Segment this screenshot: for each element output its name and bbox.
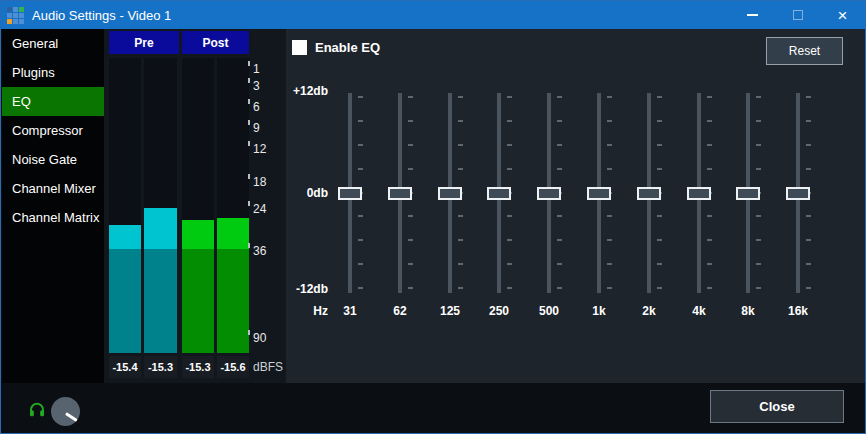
pre-meter-header: Pre [109, 31, 179, 54]
eq-freq-label: 500 [524, 304, 574, 318]
slider-tick [657, 168, 662, 170]
eq-panel: Enable EQ Reset +12db 0db -12db Hz 31621… [286, 29, 866, 383]
eq-slider-handle-500[interactable] [537, 187, 561, 200]
slider-tick [458, 215, 463, 217]
slider-tick [806, 120, 811, 122]
slider-tick [657, 120, 662, 122]
meter-value-readout: -15.3 [144, 356, 177, 378]
eq-freq-label: 8k [723, 304, 773, 318]
slider-tick [507, 144, 512, 146]
slider-tick [607, 239, 612, 241]
slider-tick [458, 239, 463, 241]
eq-band-slider-125: 125 [425, 29, 475, 329]
sidebar-item-channel-matrix[interactable]: Channel Matrix [2, 203, 104, 232]
minimize-button[interactable] [730, 1, 775, 29]
audio-settings-window: Audio Settings - Video 1 × GeneralPlugin… [0, 0, 866, 434]
eq-freq-label: 62 [375, 304, 425, 318]
audio-meters-panel: Pre Post dBFS -15.4-15.3-15.3-15.6136912… [104, 29, 286, 383]
sidebar-item-general[interactable]: General [2, 29, 104, 58]
slider-tick [507, 96, 512, 98]
slider-tick [358, 120, 363, 122]
slider-tick [607, 168, 612, 170]
sidebar-item-channel-mixer[interactable]: Channel Mixer [2, 174, 104, 203]
meter-scale-label: 90 [253, 331, 266, 345]
slider-tick [557, 263, 562, 265]
eq-freq-label: 31 [325, 304, 375, 318]
sidebar-item-plugins[interactable]: Plugins [2, 58, 104, 87]
meter-scale-tick [248, 201, 250, 206]
eq-freq-label: 4k [674, 304, 724, 318]
slider-tick [607, 215, 612, 217]
eq-freq-label: 2k [624, 304, 674, 318]
slider-tick [756, 263, 761, 265]
slider-tick [507, 168, 512, 170]
eq-slider-handle-125[interactable] [438, 187, 462, 200]
eq-slider-handle-2k[interactable] [637, 187, 661, 200]
slider-tick [657, 144, 662, 146]
eq-slider-handle-4k[interactable] [687, 187, 711, 200]
eq-axis-hz: Hz [286, 304, 328, 318]
slider-tick [607, 96, 612, 98]
slider-tick [557, 96, 562, 98]
meter-value-readout: -15.3 [182, 356, 214, 378]
app-logo-square [7, 19, 12, 24]
slider-tick [756, 168, 761, 170]
meter-bar-dark [109, 249, 141, 353]
knob-pointer-icon [65, 412, 77, 421]
slider-tick [358, 287, 363, 289]
sidebar-item-eq[interactable]: EQ [2, 87, 104, 116]
meter-scale-tick [248, 330, 250, 335]
eq-slider-handle-62[interactable] [388, 187, 412, 200]
eq-slider-handle-1k[interactable] [587, 187, 611, 200]
meter-scale-tick [248, 141, 250, 146]
eq-slider-handle-8k[interactable] [736, 187, 760, 200]
meter-scale-label: 24 [253, 202, 266, 216]
app-logo-square [7, 13, 12, 18]
slider-tick [707, 263, 712, 265]
eq-slider-handle-250[interactable] [487, 187, 511, 200]
meter-scale-label: 12 [253, 142, 266, 156]
post-meter-header: Post [182, 31, 249, 54]
eq-band-slider-62: 62 [375, 29, 425, 329]
eq-freq-label: 1k [574, 304, 624, 318]
eq-axis-plus12: +12db [286, 84, 328, 98]
slider-tick [408, 215, 413, 217]
maximize-button[interactable] [775, 1, 820, 29]
eq-slider-handle-31[interactable] [338, 187, 362, 200]
slider-tick [408, 168, 413, 170]
minimize-icon [747, 14, 758, 16]
slider-tick [458, 263, 463, 265]
app-logo-square [13, 13, 18, 18]
slider-tick [806, 287, 811, 289]
meter-bar-bright [109, 225, 141, 249]
headphone-volume-knob[interactable] [51, 397, 80, 426]
slider-tick [557, 168, 562, 170]
post-meter-channel [217, 58, 249, 353]
window-title: Audio Settings - Video 1 [32, 8, 730, 23]
sidebar-item-compressor[interactable]: Compressor [2, 116, 104, 145]
meter-scale-tick [248, 99, 250, 104]
headphones-icon[interactable] [28, 400, 46, 418]
meter-bar-bright [144, 208, 177, 249]
sidebar-item-noise-gate[interactable]: Noise Gate [2, 145, 104, 174]
slider-tick [657, 96, 662, 98]
eq-freq-label: 125 [425, 304, 475, 318]
slider-tick [707, 168, 712, 170]
slider-tick [408, 239, 413, 241]
meter-scale-label: 18 [253, 175, 266, 189]
slider-tick [358, 239, 363, 241]
eq-slider-handle-16k[interactable] [786, 187, 810, 200]
slider-tick [557, 287, 562, 289]
slider-tick [657, 287, 662, 289]
enable-eq-checkbox[interactable] [292, 40, 307, 55]
slider-tick [507, 239, 512, 241]
slider-tick [507, 215, 512, 217]
meter-bar-bright [217, 218, 249, 249]
close-button[interactable]: Close [710, 390, 844, 423]
slider-tick [806, 239, 811, 241]
eq-band-slider-2k: 2k [624, 29, 674, 329]
slider-tick [358, 215, 363, 217]
maximize-icon [793, 10, 803, 20]
close-window-button[interactable]: × [820, 1, 865, 29]
app-logo-square [7, 7, 12, 12]
